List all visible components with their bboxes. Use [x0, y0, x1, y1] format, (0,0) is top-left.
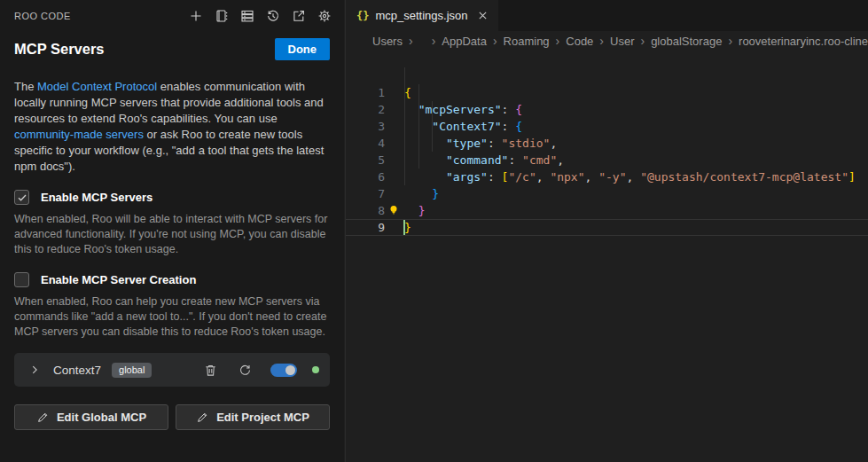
tab-mcp-settings-json[interactable]: {} mcp_settings.json: [346, 0, 498, 31]
breadcrumb-separator-icon: ›: [493, 34, 497, 48]
code-line[interactable]: 4 "type": "stdio",: [346, 135, 868, 152]
code-line-text: "mcpServers": {: [385, 101, 522, 118]
line-number: 1: [346, 84, 385, 101]
enable-mcp-servers-checkbox[interactable]: [14, 190, 29, 205]
community-made-servers-link[interactable]: community-made servers: [14, 128, 144, 141]
breadcrumb-separator-icon: ›: [599, 34, 604, 48]
code-line[interactable]: 9}: [346, 219, 868, 236]
server-enabled-toggle[interactable]: [270, 364, 297, 377]
prompts-notebook-icon[interactable]: [213, 7, 231, 25]
edit-project-mcp-button[interactable]: Edit Project MCP: [176, 404, 330, 430]
breadcrumb-item[interactable]: User: [610, 35, 634, 48]
indent-guide: [418, 84, 419, 168]
indent-guide: [432, 101, 433, 152]
mcp-servers-icon[interactable]: [239, 7, 256, 25]
page-header: MCP Servers Done: [0, 25, 344, 60]
delete-trash-icon[interactable]: [201, 361, 219, 379]
server-scope-badge: global: [112, 363, 152, 378]
page-title: MCP Servers: [14, 41, 105, 58]
code-lines: 1{2 "mcpServers": {3 "Context7": {4 "typ…: [346, 84, 868, 236]
server-name: Context7: [53, 364, 101, 377]
app-window: ROO CODE: [0, 0, 868, 462]
enable-mcp-servers-label: Enable MCP Servers: [41, 191, 152, 204]
editor-tab-bar: {} mcp_settings.json: [346, 0, 868, 31]
breadcrumb-item[interactable]: rooveterinaryinc.roo-cline: [739, 35, 868, 48]
line-number: 2: [346, 101, 385, 118]
indent-guide: [404, 67, 405, 185]
open-external-icon[interactable]: [290, 7, 308, 25]
json-file-icon: {}: [356, 10, 369, 22]
code-line-text: {: [385, 84, 411, 101]
breadcrumb-separator-icon: ›: [728, 34, 732, 48]
breadcrumb: Users››AppData›Roaming›Code›User›globalS…: [346, 31, 868, 51]
model-context-protocol-link[interactable]: Model Context Protocol: [37, 80, 157, 93]
line-number: 3: [346, 118, 385, 135]
code-editor[interactable]: 1{2 "mcpServers": {3 "Context7": {4 "typ…: [346, 51, 868, 320]
panel-toolbar: [187, 7, 333, 25]
code-line-text: "args": ["/c", "npx", "-y", "@upstash/co…: [385, 168, 856, 185]
mcp-server-row-context7[interactable]: Context7 global: [14, 353, 330, 387]
enable-mcp-creation-label: Enable MCP Server Creation: [41, 273, 196, 286]
code-line-text: }: [385, 185, 439, 202]
roo-code-panel: ROO CODE: [0, 0, 344, 462]
code-line[interactable]: 7 }: [346, 185, 868, 202]
line-number: 9: [346, 219, 385, 236]
history-icon[interactable]: [264, 7, 282, 25]
breadcrumb-item[interactable]: globalStorage: [651, 35, 722, 48]
breadcrumb-separator-icon: ›: [432, 34, 436, 48]
code-line[interactable]: 2 "mcpServers": {: [346, 101, 868, 118]
done-button[interactable]: Done: [275, 38, 331, 60]
tab-filename: mcp_settings.json: [375, 9, 467, 22]
panel-footer: Edit Global MCP Edit Project MCP: [14, 404, 330, 430]
enable-mcp-creation-checkbox[interactable]: [14, 272, 29, 287]
line-number: 5: [346, 152, 385, 168]
intro-text: The: [14, 80, 37, 93]
chevron-right-icon[interactable]: [28, 364, 41, 376]
code-line-text: }: [385, 202, 425, 219]
panel-top-bar: ROO CODE: [0, 0, 344, 25]
breadcrumb-separator-icon: ›: [409, 34, 413, 48]
breadcrumb-separator-icon: ›: [640, 34, 645, 48]
enable-mcp-creation-section: Enable MCP Server Creation When enabled,…: [14, 272, 330, 340]
code-line[interactable]: 6 "args": ["/c", "npx", "-y", "@upstash/…: [346, 168, 868, 185]
add-icon[interactable]: [187, 7, 205, 25]
code-line[interactable]: 5 "command": "cmd",: [346, 152, 868, 168]
enable-mcp-servers-description: When enabled, Roo will be able to intera…: [14, 212, 330, 257]
breadcrumb-item[interactable]: Users: [372, 35, 403, 48]
breadcrumb-separator-icon: ›: [556, 34, 560, 48]
text-cursor: [403, 220, 405, 235]
close-tab-icon[interactable]: [478, 11, 488, 20]
code-line[interactable]: 8 }: [346, 202, 868, 219]
code-line-text: "type": "stdio",: [385, 135, 557, 152]
line-number: 4: [346, 135, 385, 152]
intro-paragraph: The Model Context Protocol enables commu…: [14, 79, 330, 175]
enable-mcp-servers-section: Enable MCP Servers When enabled, Roo wil…: [14, 190, 330, 257]
code-line[interactable]: 1{: [346, 84, 868, 101]
enable-mcp-creation-description: When enabled, Roo can help you create ne…: [14, 294, 330, 340]
line-number: 6: [346, 168, 385, 185]
extension-title: ROO CODE: [14, 11, 71, 21]
editor-group: {} mcp_settings.json Users››AppData›Roam…: [345, 0, 868, 462]
enable-mcp-servers-row: Enable MCP Servers: [14, 190, 330, 205]
line-number: 8: [346, 202, 385, 219]
restart-refresh-icon[interactable]: [236, 361, 254, 379]
code-line-text: "command": "cmd",: [385, 152, 564, 168]
edit-global-mcp-button[interactable]: Edit Global MCP: [14, 404, 168, 430]
toggle-knob: [285, 365, 295, 375]
breadcrumb-item[interactable]: Roaming: [504, 35, 550, 48]
breadcrumb-item[interactable]: AppData: [442, 35, 487, 48]
server-status-indicator: [312, 366, 319, 373]
breadcrumb-item[interactable]: Code: [566, 35, 593, 48]
code-line-text: "Context7": {: [385, 118, 522, 135]
line-number: 7: [346, 185, 385, 202]
code-line-text: }: [385, 219, 411, 236]
code-line[interactable]: 3 "Context7": {: [346, 118, 868, 135]
edit-project-mcp-label: Edit Project MCP: [216, 411, 309, 424]
settings-gear-icon[interactable]: [316, 7, 333, 25]
edit-global-mcp-label: Edit Global MCP: [57, 411, 146, 424]
enable-mcp-creation-row: Enable MCP Server Creation: [14, 272, 330, 287]
